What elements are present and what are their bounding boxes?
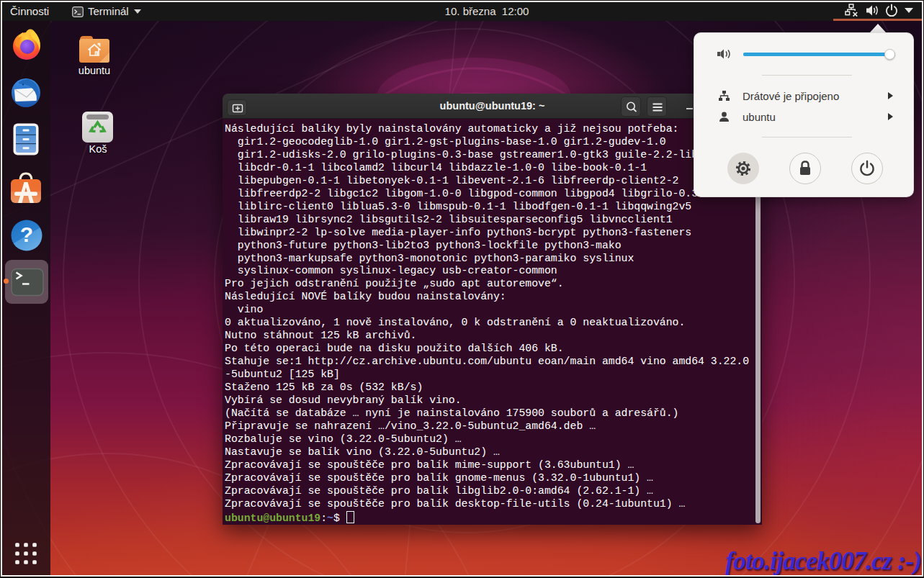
- svg-text:?: ?: [20, 222, 33, 246]
